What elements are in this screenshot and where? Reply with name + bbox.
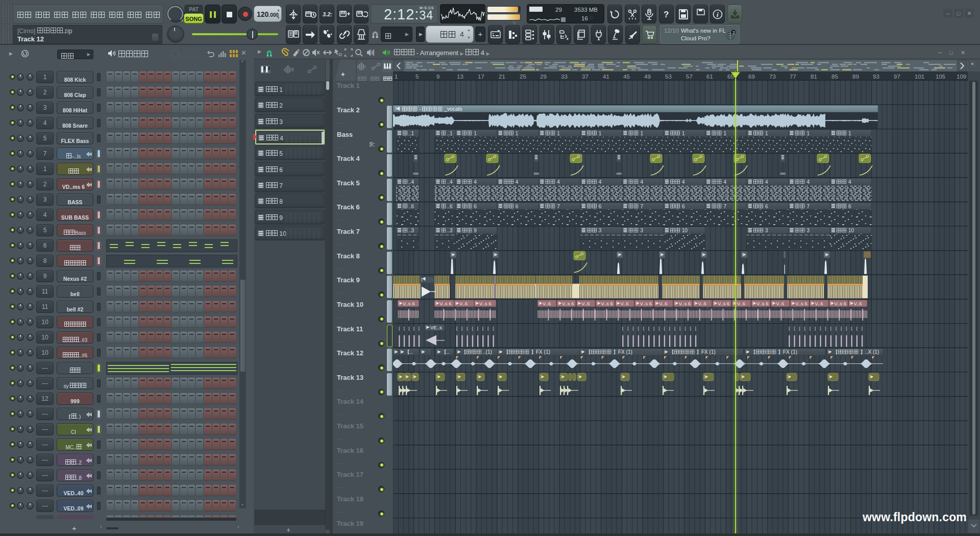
svg-text:3: 3 — [765, 228, 768, 233]
svg-text:V..s 6: V..s 6 — [795, 301, 807, 306]
svg-text:i: i — [717, 11, 719, 18]
svg-text:】FX (1): 】FX (1) — [531, 349, 550, 355]
svg-text:】FX (1): 】FX (1) — [778, 349, 797, 355]
svg-text:3.2:: 3.2: — [323, 11, 332, 17]
svg-text:】..X (1): 】..X (1) — [860, 349, 879, 355]
svg-text:V..6: V..6 — [620, 301, 628, 306]
svg-text:..1: ..1 — [447, 131, 453, 136]
svg-text:..(1): ..(1) — [483, 349, 492, 355]
svg-text:VE..s: VE..s — [430, 325, 442, 330]
svg-text:..6: ..6 — [408, 204, 414, 209]
svg-text:7: 7 — [557, 204, 560, 209]
svg-text:..1: ..1 — [408, 131, 414, 136]
svg-text:1: 1 — [682, 131, 685, 136]
svg-text:V..s 6: V..s 6 — [640, 301, 652, 306]
svg-text:57: 57 — [686, 74, 693, 80]
svg-text:V..s 6: V..s 6 — [756, 301, 768, 306]
svg-text:53: 53 — [665, 74, 672, 80]
svg-text:33: 33 — [561, 74, 568, 80]
svg-text:9: 9 — [474, 228, 477, 233]
svg-text:】FX (1): 】FX (1) — [613, 349, 632, 355]
svg-text:V..s 6: V..s 6 — [835, 301, 846, 306]
svg-text:49: 49 — [644, 74, 651, 80]
svg-text:6: 6 — [765, 204, 768, 209]
svg-text:4: 4 — [848, 179, 851, 185]
svg-text:6: 6 — [848, 204, 851, 209]
svg-text:【: 【 — [461, 349, 467, 355]
svg-text:1: 1 — [599, 131, 602, 136]
svg-text:V..s 6: V..s 6 — [479, 301, 491, 306]
svg-text:V..6: V..6 — [698, 301, 706, 306]
svg-text:4: 4 — [516, 179, 519, 185]
svg-text:1: 1 — [557, 131, 560, 136]
svg-text:V..6: V..6 — [459, 301, 468, 306]
svg-text:..3: ..3 — [408, 228, 414, 233]
svg-text:【: 【 — [586, 349, 591, 355]
svg-text:V..6: V..6 — [776, 301, 784, 306]
svg-text:V..6: V..6 — [815, 301, 823, 306]
svg-text:45: 45 — [623, 74, 630, 80]
svg-text:..4: ..4 — [447, 179, 453, 185]
svg-text:69: 69 — [748, 74, 755, 80]
svg-text:73: 73 — [769, 74, 776, 80]
svg-text:_vocals: _vocals — [444, 106, 462, 112]
svg-text:1: 1 — [806, 131, 810, 136]
svg-text:..4: ..4 — [408, 179, 414, 185]
svg-text:4: 4 — [599, 179, 602, 185]
svg-text:V..6: V..6 — [737, 301, 745, 306]
svg-text:61: 61 — [706, 74, 713, 80]
svg-text:6: 6 — [599, 204, 602, 209]
svg-text:4: 4 — [765, 179, 768, 185]
svg-text:V..6: V..6 — [854, 301, 862, 306]
svg-text:【..: 【.. — [405, 349, 413, 355]
svg-text:V..6: V..6 — [543, 301, 551, 306]
svg-text:1: 1 — [395, 74, 398, 80]
svg-text:6: 6 — [516, 204, 519, 209]
svg-text:V..s 6: V..s 6 — [562, 301, 574, 306]
svg-text:37: 37 — [582, 74, 589, 80]
svg-text:7: 7 — [806, 204, 810, 209]
svg-text:81: 81 — [811, 74, 817, 80]
svg-text:29: 29 — [540, 74, 547, 80]
svg-text:7: 7 — [640, 204, 643, 209]
svg-text:77: 77 — [790, 74, 796, 80]
svg-text:10: 10 — [848, 228, 854, 233]
svg-text:V..s 6: V..s 6 — [439, 301, 451, 306]
svg-text:101: 101 — [915, 74, 924, 80]
svg-text:V..s 6: V..s 6 — [601, 301, 612, 306]
svg-text:3: 3 — [806, 228, 810, 233]
svg-text:4: 4 — [557, 179, 560, 185]
svg-text:-: - — [419, 106, 421, 112]
svg-text:4: 4 — [682, 179, 685, 185]
svg-text:1: 1 — [848, 131, 851, 136]
svg-text:17: 17 — [478, 74, 484, 80]
svg-text:【..: 【.. — [442, 349, 450, 355]
svg-text:V..s 6: V..s 6 — [679, 301, 691, 306]
svg-text:】FX (1): 】FX (1) — [696, 349, 716, 355]
svg-text:V..6: V..6 — [659, 301, 668, 306]
svg-text:【: 【 — [669, 349, 674, 355]
svg-text:1: 1 — [516, 131, 519, 136]
svg-text:105: 105 — [936, 74, 945, 80]
svg-text:【: 【 — [833, 349, 838, 355]
svg-text:41: 41 — [603, 74, 609, 80]
svg-text:109: 109 — [957, 74, 966, 80]
svg-text:V..s 6: V..s 6 — [718, 301, 729, 306]
svg-text:10: 10 — [682, 228, 688, 233]
svg-text:85: 85 — [831, 74, 838, 80]
svg-text:V..6: V..6 — [581, 301, 590, 306]
svg-text:V..s 6: V..s 6 — [403, 301, 414, 306]
svg-text:97: 97 — [894, 74, 900, 80]
svg-text:1: 1 — [723, 131, 726, 136]
svg-text:..3: ..3 — [447, 228, 453, 233]
svg-text:25: 25 — [520, 74, 526, 80]
svg-text:4: 4 — [474, 179, 477, 185]
svg-text:6: 6 — [682, 204, 685, 209]
svg-text:13: 13 — [457, 74, 463, 80]
svg-text:?: ? — [664, 10, 669, 19]
svg-text:【: 【 — [751, 349, 756, 355]
svg-text:5: 5 — [415, 74, 419, 80]
svg-text:21: 21 — [499, 74, 505, 80]
svg-text:2: 2 — [732, 30, 735, 35]
svg-text:4: 4 — [723, 179, 726, 185]
